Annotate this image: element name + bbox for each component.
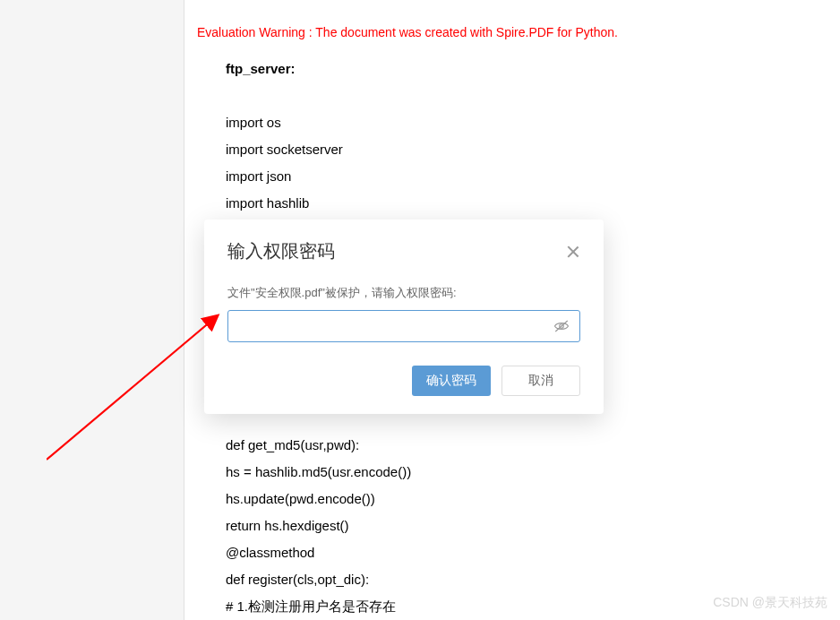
section-heading: ftp_server:	[226, 56, 804, 82]
code-line: import hashlib	[226, 190, 804, 217]
watermark: CSDN @景天科技苑	[713, 595, 827, 611]
code-line: def register(cls,opt_dic):	[226, 566, 804, 593]
dialog-description: 文件"安全权限.pdf"被保护，请输入权限密码:	[227, 285, 580, 301]
dialog-buttons: 确认密码 取消	[227, 366, 580, 396]
confirm-button[interactable]: 确认密码	[412, 366, 491, 396]
code-line: import socketserver	[226, 136, 804, 163]
evaluation-warning: Evaluation Warning : The document was cr…	[197, 25, 804, 39]
close-icon[interactable]	[566, 245, 580, 259]
code-line: return hs.hexdigest()	[226, 512, 804, 539]
code-line: def get_md5(usr,pwd):	[226, 432, 804, 459]
password-field-wrap	[227, 310, 580, 342]
dialog-title: 输入权限密码	[227, 239, 335, 263]
cancel-button[interactable]: 取消	[501, 366, 580, 396]
svg-line-1	[555, 321, 568, 332]
code-line: hs.update(pwd.encode())	[226, 486, 804, 512]
code-line: import os	[226, 109, 804, 136]
code-line: import json	[226, 163, 804, 190]
code-line: @classmethod	[226, 539, 804, 566]
code-line: hs = hashlib.md5(usr.encode())	[226, 459, 804, 486]
dialog-header: 输入权限密码	[227, 239, 580, 263]
eye-hide-icon[interactable]	[553, 320, 570, 332]
password-dialog: 输入权限密码 文件"安全权限.pdf"被保护，请输入权限密码: 确认密码 取消	[204, 220, 604, 414]
password-input[interactable]	[227, 310, 580, 342]
